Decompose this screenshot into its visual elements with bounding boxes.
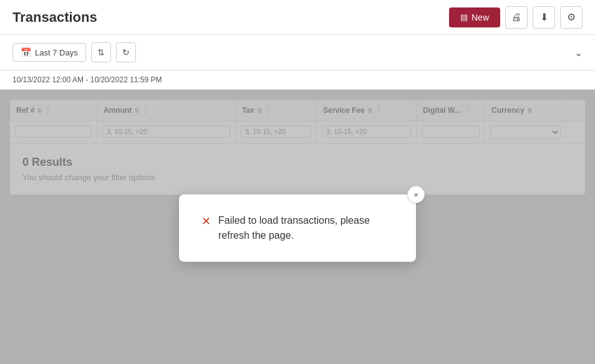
main-content: Ref # ⇅ ⋮ Amount ⇅ ⋮ Tax ⇅ ⋮ Service Fee… xyxy=(0,90,595,364)
dialog-message: Failed to load transactions, please refr… xyxy=(218,213,394,243)
calendar-icon: 📅 xyxy=(21,47,31,57)
page-title: Transactions xyxy=(12,9,97,26)
date-filter-button[interactable]: 📅 Last 7 Days xyxy=(12,43,86,62)
error-icon: ✕ xyxy=(201,214,211,228)
filter-toggle-button[interactable]: ⇅ xyxy=(91,42,111,62)
refresh-button[interactable]: ↻ xyxy=(116,42,136,62)
print-icon: 🖨 xyxy=(511,12,521,23)
dialog-close-button[interactable]: × xyxy=(407,186,425,203)
date-range-value: 10/13/2022 12:00 AM - 10/20/2022 11:59 P… xyxy=(12,75,162,84)
header: Transactions ▤ New 🖨 ⬇ ⚙ xyxy=(0,0,595,35)
settings-icon: ⚙ xyxy=(567,11,576,23)
date-range: 10/13/2022 12:00 AM - 10/20/2022 11:59 P… xyxy=(0,70,595,90)
filter-icon: ⇅ xyxy=(97,47,105,57)
date-filter-label: Last 7 Days xyxy=(35,48,78,57)
download-button[interactable]: ⬇ xyxy=(533,6,555,29)
download-icon: ⬇ xyxy=(540,11,548,23)
chevron-down-icon: ⌄ xyxy=(574,47,583,58)
new-button-label: New xyxy=(472,12,489,22)
toolbar: 📅 Last 7 Days ⇅ ↻ ⌄ xyxy=(0,35,595,70)
refresh-icon: ↻ xyxy=(122,47,130,57)
dialog-content: ✕ Failed to load transactions, please re… xyxy=(201,213,394,243)
collapse-button[interactable]: ⌄ xyxy=(574,47,583,59)
new-button-icon: ▤ xyxy=(460,12,468,22)
error-dialog: × ✕ Failed to load transactions, please … xyxy=(179,194,416,262)
error-overlay: × ✕ Failed to load transactions, please … xyxy=(0,90,595,364)
print-button[interactable]: 🖨 xyxy=(505,6,528,29)
new-button[interactable]: ▤ New xyxy=(449,7,500,27)
settings-button[interactable]: ⚙ xyxy=(560,6,583,29)
header-actions: ▤ New 🖨 ⬇ ⚙ xyxy=(449,6,583,29)
close-icon: × xyxy=(414,190,418,199)
